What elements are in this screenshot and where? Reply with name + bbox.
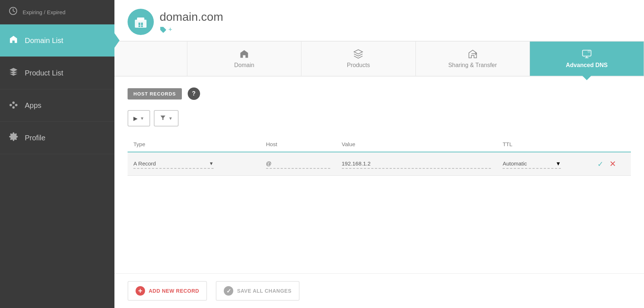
cell-host [260,152,336,176]
svg-rect-7 [138,23,140,25]
help-button[interactable]: ? [188,87,200,100]
sidebar-item-label-profile: Profile [25,134,46,142]
main-content: domain.com + Domain Products [114,0,644,308]
sidebar-item-apps[interactable]: Apps [0,89,114,122]
tabs-bar: Domain Products Sharing & Transfer [114,41,644,77]
host-input[interactable] [266,159,330,169]
sidebar-item-label-apps: Apps [25,101,42,110]
ttl-select-wrapper: Automatic 1 min 5 min 30 min 1 hour ▼ [503,159,561,169]
domain-info: domain.com + [160,10,223,34]
col-header-ttl: TTL [497,137,592,152]
cell-value [336,152,497,176]
filter-dropdown-arrow: ▼ [168,116,173,121]
save-check-icon: ✓ [224,286,233,296]
play-icon: ▶ [133,115,138,122]
col-header-actions [592,137,631,152]
svg-rect-5 [135,20,147,28]
gear-icon [9,132,18,144]
add-new-record-button[interactable]: + ADD NEW RECORD [128,281,207,301]
tab-products-label: Products [347,62,370,69]
clock-icon [9,7,17,17]
svg-rect-6 [137,17,144,20]
filter-icon [160,114,166,122]
tab-domain[interactable]: Domain [187,42,301,76]
tab-advanced-dns[interactable]: Advanced DNS [530,42,644,76]
cell-ttl: Automatic 1 min 5 min 30 min 1 hour ▼ [497,152,592,176]
filter-dropdown-button[interactable]: ▼ [154,110,179,126]
svg-rect-10 [141,26,143,27]
dns-table: Type Host Value TTL A Record CNAME Recor… [128,137,631,176]
sidebar-expiring[interactable]: Expiring / Expired [0,0,114,24]
sidebar-expiring-label: Expiring / Expired [23,9,66,15]
tab-domain-label: Domain [234,62,254,69]
svg-rect-8 [141,23,143,25]
value-input[interactable] [342,159,491,169]
type-select-arrow: ▼ [209,161,214,166]
svg-rect-9 [138,26,140,27]
home-icon [9,35,18,46]
sidebar-item-product-list[interactable]: Product List [0,57,114,89]
ttl-select[interactable]: Automatic 1 min 5 min 30 min 1 hour [503,159,555,168]
table-row: A Record CNAME Record MX Record TXT Reco… [128,152,631,176]
svg-point-1 [12,101,15,104]
box-icon [9,67,18,79]
sidebar-item-label-product-list: Product List [25,69,63,77]
bottom-bar: + ADD NEW RECORD ✓ SAVE ALL CHANGES [114,273,644,308]
type-select[interactable]: A Record CNAME Record MX Record TXT Reco… [133,159,209,168]
domain-name: domain.com [160,10,223,24]
ttl-select-arrow: ▼ [555,160,561,167]
domain-tag-label: + [168,26,172,34]
add-record-label: ADD NEW RECORD [149,288,199,294]
tab-advanced-dns-label: Advanced DNS [566,62,608,69]
diamond-icon [9,100,18,111]
tab-products[interactable]: Products [301,42,415,76]
col-header-type: Type [128,137,260,152]
domain-logo [128,9,154,35]
save-all-changes-button[interactable]: ✓ SAVE ALL CHANGES [216,281,299,301]
svg-point-3 [15,104,17,106]
sidebar-item-label-domain-list: Domain List [25,36,63,45]
section-header: HOST RECORDS ? [128,87,631,100]
host-records-badge: HOST RECORDS [128,88,182,100]
controls-row: ▶ ▼ ▼ [128,110,631,126]
svg-point-2 [9,104,12,106]
tab-sharing-label: Sharing & Transfer [448,62,497,69]
domain-tag-button[interactable]: + [160,26,223,34]
plus-circle-icon: + [136,286,145,296]
tab-sharing-transfer[interactable]: Sharing & Transfer [416,42,530,76]
type-select-wrapper: A Record CNAME Record MX Record TXT Reco… [133,159,214,169]
confirm-record-button[interactable]: ✓ [597,160,604,168]
delete-record-button[interactable]: ✕ [609,159,616,168]
play-dropdown-button[interactable]: ▶ ▼ [128,110,150,126]
col-header-value: Value [336,137,497,152]
sidebar: Expiring / Expired Domain List Product L… [0,0,114,308]
play-dropdown-arrow: ▼ [140,116,144,121]
save-label: SAVE ALL CHANGES [237,288,291,294]
cell-type: A Record CNAME Record MX Record TXT Reco… [128,152,260,176]
sidebar-item-profile[interactable]: Profile [0,122,114,154]
svg-point-4 [12,106,15,109]
tab-empty [114,42,187,76]
dns-content: HOST RECORDS ? ▶ ▼ ▼ [114,77,644,273]
domain-header: domain.com + [114,0,644,41]
cell-actions: ✓ ✕ [592,152,631,176]
svg-marker-17 [160,116,165,120]
sidebar-item-domain-list[interactable]: Domain List [0,24,114,57]
col-header-host: Host [260,137,336,152]
